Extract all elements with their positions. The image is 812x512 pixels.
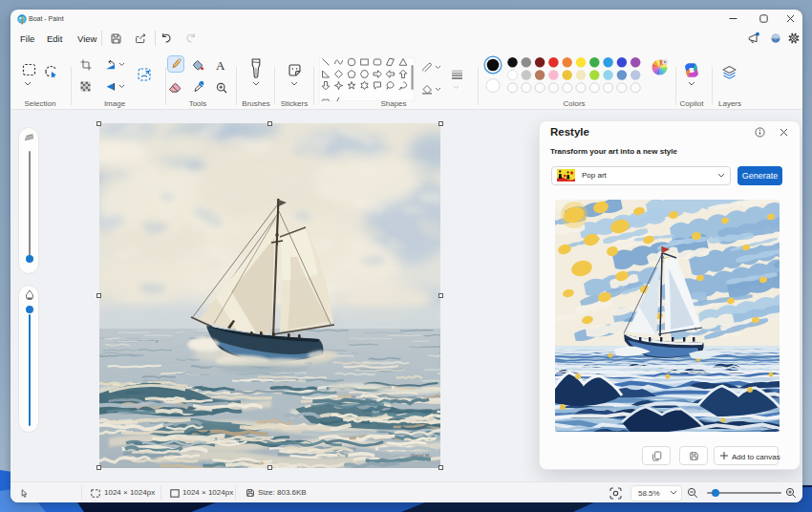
svg-text:Daniel M.: Daniel M. bbox=[410, 453, 430, 458]
